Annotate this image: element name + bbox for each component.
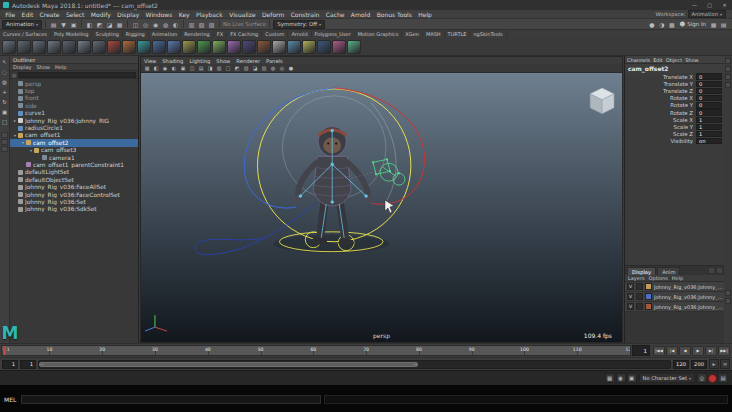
auto-key-button[interactable]	[708, 374, 717, 383]
select-by-component-icon[interactable]: ◪	[105, 20, 114, 29]
shelf-icon-2[interactable]	[17, 40, 31, 54]
save-scene-icon[interactable]: ▣	[69, 20, 78, 29]
outliner-item-johnny-rig-v036-facecontrolset[interactable]: Johnny_Rig_v036:FaceControlSet	[10, 191, 138, 198]
layer-visibility-toggle[interactable]: V	[627, 293, 634, 300]
scale-tool-icon[interactable]: ▣	[1, 108, 9, 116]
channel-box-menu-show[interactable]: Show	[685, 57, 699, 63]
live-surface-indicator[interactable]: No Live Surface	[223, 21, 266, 27]
outliner-search-input[interactable]	[18, 72, 136, 78]
shelf-icon-4[interactable]	[47, 40, 61, 54]
panel-toggle-icon-1[interactable]	[725, 290, 731, 296]
shelf-icon-21[interactable]	[302, 40, 316, 54]
shelf-icon-19[interactable]	[272, 40, 286, 54]
channel-box-menu-channels[interactable]: Channels	[627, 57, 650, 63]
shelf-icon-7[interactable]	[92, 40, 106, 54]
viewport-toolbar-icon-5[interactable]: ▣	[179, 64, 187, 72]
shelf-tab-rendering[interactable]: Rendering	[181, 31, 214, 37]
outliner-item-johnny-rig-v036-johnny-rig[interactable]: ▸Johnny_Rig_v036:Johnny_RIG	[10, 117, 138, 124]
outliner-item-persp[interactable]: persp	[10, 80, 138, 87]
viewport-toolbar-icon-10[interactable]: □	[224, 64, 232, 72]
shelf-icon-17[interactable]	[242, 40, 256, 54]
layers-menu-help[interactable]: Help	[672, 275, 683, 281]
outliner-item-johnny-rig-v036-set[interactable]: Johnny_Rig_v036:Set	[10, 198, 138, 205]
outliner-item-camera1[interactable]: camera1	[10, 154, 138, 161]
single-pane-layout-button[interactable]	[1, 132, 8, 138]
shelf-icon-10[interactable]	[137, 40, 151, 54]
menu-create[interactable]: Create	[36, 11, 62, 18]
two-pane-layout-button[interactable]	[1, 146, 8, 152]
viewport-menu-lighting[interactable]: Lighting	[189, 58, 210, 64]
shelf-tab-ngskintools[interactable]: ngSkinTools	[470, 31, 506, 37]
shelf-icon-5[interactable]	[62, 40, 76, 54]
viewport-menu-view[interactable]: View	[144, 58, 156, 64]
channel-attr-value[interactable]: 0	[696, 81, 722, 87]
time-slider-track[interactable]: 1102030405060708090100110120	[1, 345, 631, 356]
channel-attr-value[interactable]: 0	[696, 109, 722, 115]
construction-history-icon[interactable]: ▨	[207, 20, 216, 29]
channel-attr-value[interactable]: on	[696, 138, 722, 144]
layer-color-swatch[interactable]	[645, 283, 652, 290]
shelf-tab-fx-caching[interactable]: FX Caching	[227, 31, 262, 37]
playback-option-icon-1[interactable]: ▦	[605, 373, 615, 383]
shelf-tab-arnold[interactable]: Arnold	[288, 31, 311, 37]
shelf-icon-12[interactable]	[167, 40, 181, 54]
layer-option-icon-2[interactable]	[716, 267, 723, 274]
playback-start-field[interactable]: 1	[20, 360, 36, 369]
menu-windows[interactable]: Windows	[142, 11, 175, 18]
animation-preferences-button[interactable]: ▤	[718, 373, 728, 383]
new-scene-icon[interactable]: ▤	[49, 20, 58, 29]
channel-attr-value[interactable]: 0	[696, 102, 722, 108]
modeling-toolkit-toggle-icon[interactable]	[725, 82, 731, 88]
shelf-icon-24[interactable]	[347, 40, 361, 54]
shelf-tab-rigging[interactable]: Rigging	[123, 31, 149, 37]
channel-attr-value[interactable]: 1	[696, 117, 722, 123]
menu-edit[interactable]: Edit	[18, 11, 36, 18]
layer-row-johnny-rig-v036-johnny-skeleton[interactable]: VJohnny_Rig_v036:Johnny_skeleton	[625, 292, 725, 302]
channel-box-menu-edit[interactable]: Edit	[653, 57, 663, 63]
channel-box-toggle-icon[interactable]	[725, 58, 731, 64]
loop-playback-icon[interactable]: ∞	[720, 359, 730, 369]
shelf-icon-8[interactable]	[107, 40, 121, 54]
shelf-icon-23[interactable]	[332, 40, 346, 54]
outliner-item-defaultlightset[interactable]: defaultLightSet	[10, 169, 138, 176]
layer-color-swatch[interactable]	[645, 293, 652, 300]
menu-arnold[interactable]: Arnold	[348, 11, 374, 18]
channel-attr-value[interactable]: 1	[696, 131, 722, 137]
playback-option-icon-3[interactable]: ▣	[627, 373, 637, 383]
viewport-toolbar-icon-2[interactable]: ◧	[152, 64, 160, 72]
shelf-icon-16[interactable]	[227, 40, 241, 54]
layer-display-type-toggle[interactable]	[636, 293, 643, 300]
time-slider[interactable]: 1102030405060708090100110120 1 |◀◀|◀◀▶▶|…	[0, 343, 732, 357]
menu-bonus-tools[interactable]: Bonus Tools	[373, 11, 415, 18]
snap-to-curve-icon[interactable]: ◎	[141, 20, 150, 29]
layers-tab-anim[interactable]: Anim	[657, 267, 680, 275]
viewport-toolbar-icon-9[interactable]: ▥	[215, 64, 223, 72]
layout-panel-icon[interactable]: ▤	[719, 20, 728, 29]
outliner-menu-help[interactable]: Help	[55, 64, 66, 70]
menu-visualize[interactable]: Visualize	[226, 11, 259, 18]
current-time-marker[interactable]	[3, 346, 6, 355]
outliner-item-front[interactable]: front	[10, 95, 138, 102]
render-icon[interactable]: ●	[647, 20, 656, 29]
menu-key[interactable]: Key	[176, 11, 193, 18]
shelf-icon-6[interactable]	[77, 40, 91, 54]
last-tool-icon[interactable]: □	[1, 118, 9, 126]
viewport-menu-panels[interactable]: Panels	[266, 58, 283, 64]
scene-3d[interactable]	[141, 73, 622, 342]
layer-display-type-toggle[interactable]	[636, 283, 643, 290]
input-connections-icon[interactable]: ▥	[187, 20, 196, 29]
shelf-tab-animation[interactable]: Animation	[149, 31, 182, 37]
channel-box-menu-object[interactable]: Object	[666, 57, 682, 63]
menu-help[interactable]: Help	[415, 11, 435, 18]
layer-option-icon-1[interactable]	[708, 267, 715, 274]
menu-display[interactable]: Display	[114, 11, 143, 18]
layer-visibility-toggle[interactable]: V	[627, 303, 634, 310]
outliner-item-johnny-rig-v036-faceallset[interactable]: Johnny_Rig_v036:FaceAllSet	[10, 183, 138, 190]
symmetry-selector[interactable]: Symmetry: Off ▾	[273, 20, 325, 29]
menu-playback[interactable]: Playback	[193, 11, 226, 18]
outliner-item-radiuscircle1[interactable]: radiusCircle1	[10, 124, 138, 131]
viewport-toolbar-icon-8[interactable]: ◨	[206, 64, 214, 72]
viewport-toolbar-icon-13[interactable]: ◪	[251, 64, 259, 72]
outliner-item-top[interactable]: top	[10, 87, 138, 94]
layer-display-type-toggle[interactable]	[636, 303, 643, 310]
